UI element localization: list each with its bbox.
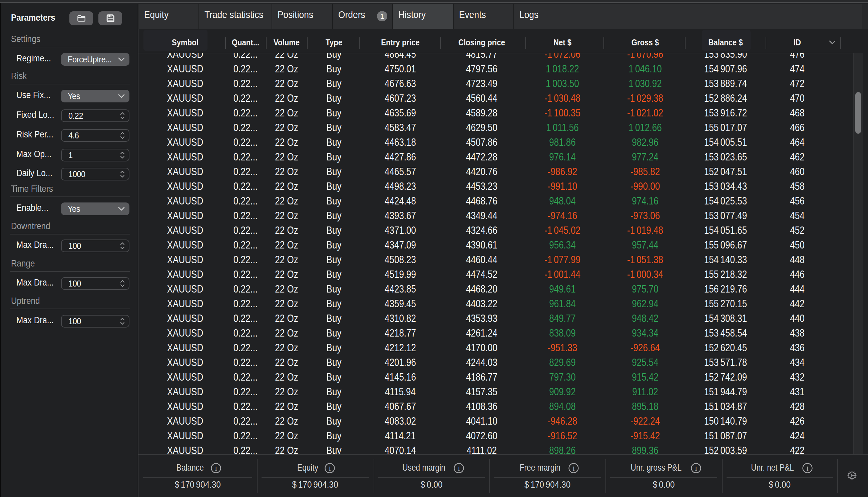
svg-text:i: i (573, 464, 575, 472)
svg-text:i: i (215, 464, 217, 472)
svg-text:i: i (329, 464, 331, 472)
svg-text:i: i (695, 464, 697, 472)
svg-text:i: i (806, 464, 808, 472)
svg-text:i: i (458, 464, 460, 472)
